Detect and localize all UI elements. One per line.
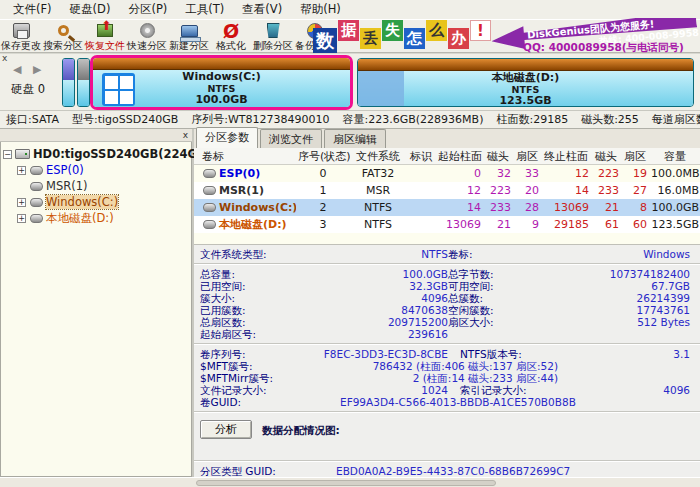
tab-browse-files[interactable]: 浏览文件	[260, 129, 322, 148]
column-header[interactable]: 卷标	[194, 149, 296, 164]
scrollbar-thumb[interactable]	[196, 480, 496, 486]
detail-value: 209715200	[312, 316, 448, 328]
detail-value: F8EC-3DD3-EC3D-8CBE	[312, 348, 448, 360]
disk-info-serial: 序列号:WT812738490010	[191, 112, 329, 127]
detail-label: 文件系统类型:	[200, 248, 312, 260]
detail-value: 3.1	[604, 348, 694, 360]
tab-partition-parameters[interactable]: 分区参数	[196, 127, 258, 148]
detail-label: 卷GUID:	[200, 396, 312, 408]
menu-disk[interactable]: 硬盘(D)	[63, 1, 118, 18]
table-header-row: 卷标 序号(状态) 文件系统 标识 起始柱面 磁头 扇区 终止柱面 磁头 扇区 …	[194, 148, 700, 165]
new-partition-button[interactable]: 新建分区	[168, 20, 210, 52]
tile-char: 据	[338, 20, 359, 41]
horizontal-scrollbar[interactable]	[0, 477, 700, 487]
column-header[interactable]: 文件系统	[350, 149, 406, 164]
analyze-button[interactable]: 分析	[200, 420, 252, 439]
tree-item-msr[interactable]: MSR(1)	[3, 178, 189, 194]
table-row-local-d[interactable]: 本地磁盘(D:) 3 NTFS 13069 21 9 29185 61 60 1…	[194, 216, 700, 233]
partition-icon	[203, 203, 216, 212]
delete-partition-button[interactable]: 删除分区	[252, 20, 294, 52]
disk-bar-panel: x ◀ ▶ 硬盘 0 Windows(C:) NTFS 100.0GB 本地磁盘…	[0, 53, 700, 110]
column-header[interactable]: 标识	[406, 149, 436, 164]
disk-nav-arrows[interactable]: ◀ ▶	[13, 63, 45, 76]
partition-bar-msr[interactable]	[77, 58, 90, 107]
detail-label: 总扇区数:	[200, 316, 312, 328]
table-row-windows-c[interactable]: Windows(C:) 2 NTFS 14 233 28 13069 21 8 …	[194, 199, 700, 216]
cell-end-sector: 19	[621, 167, 649, 180]
disk-panel-close-icon[interactable]: x	[2, 54, 7, 63]
menu-file[interactable]: 文件(F)	[6, 1, 59, 18]
column-header[interactable]: 磁头	[591, 149, 621, 164]
tab-sector-edit[interactable]: 扇区编辑	[324, 129, 386, 148]
cell-index: 1	[296, 184, 350, 197]
expand-icon[interactable]: +	[17, 166, 26, 175]
format-button[interactable]: Ø 格式化	[210, 20, 252, 52]
tile-char: 怎	[404, 28, 425, 49]
save-icon	[13, 21, 30, 40]
expand-icon[interactable]: +	[17, 214, 26, 223]
table-row-esp[interactable]: ESP(0) 0 FAT32 0 32 33 12 223 19 100.0MB	[194, 165, 700, 182]
search-partition-button[interactable]: 搜索分区	[42, 20, 84, 52]
detail-label: NTFS版本号:	[448, 348, 604, 360]
column-header[interactable]: 起始柱面	[436, 149, 483, 164]
column-header[interactable]: 容量	[649, 149, 700, 164]
detail-label: 已用空间:	[200, 280, 312, 292]
quick-partition-button[interactable]: 快速分区	[126, 20, 168, 52]
column-header[interactable]: 序号(状态)	[296, 149, 350, 164]
column-header[interactable]: 扇区	[621, 149, 649, 164]
windows-logo-icon	[102, 73, 135, 106]
right-panel: 分区参数 浏览文件 扇区编辑 卷标 序号(状态) 文件系统 标识 起始柱面 磁头…	[194, 129, 700, 477]
save-changes-button[interactable]: 保存更改	[0, 20, 42, 52]
cell-filesystem: NTFS	[350, 218, 406, 231]
recover-files-button[interactable]: 恢复文件	[84, 20, 126, 52]
cell-start-cylinder: 13069	[436, 218, 483, 231]
tree-item-esp[interactable]: + ESP(0)	[3, 162, 189, 178]
detail-value: 4096	[604, 384, 694, 396]
partition-icon	[203, 169, 216, 178]
tree-panel-close-icon[interactable]: x	[183, 129, 188, 141]
detail-label	[448, 328, 604, 340]
detail-value: 2 (柱面:14 磁头:233 扇区:44)	[312, 372, 604, 384]
detail-label: 簇大小:	[200, 292, 312, 304]
menu-bar: 文件(F) 硬盘(D) 分区(P) 工具(T) 查看(V) 帮助(H)	[0, 0, 700, 19]
cell-volume-label: ESP(0)	[219, 167, 260, 180]
column-header[interactable]: 磁头	[483, 149, 513, 164]
cell-end-sector: 60	[621, 218, 649, 231]
search-partition-label: 搜索分区	[43, 40, 83, 51]
table-row-msr[interactable]: MSR(1) 1 MSR 12 223 20 14 233 27 16.0MB	[194, 182, 700, 199]
partition-icon	[203, 220, 216, 229]
ad-banner[interactable]: 数 据 丢 失 怎 么 办 ! DiskGenius团队为您服务! 热线: 40…	[311, 18, 700, 53]
tree-item-windows-c[interactable]: + Windows(C:)	[3, 194, 189, 210]
partition-bar-esp[interactable]	[62, 58, 75, 107]
menu-tools[interactable]: 工具(T)	[178, 1, 231, 18]
detail-value: 8470638	[312, 304, 448, 316]
cell-end-head: 21	[591, 201, 621, 214]
partition-bar-windows-c[interactable]: Windows(C:) NTFS 100.0GB	[90, 55, 353, 110]
expand-icon[interactable]: +	[17, 198, 26, 207]
detail-value	[604, 328, 694, 340]
menu-help[interactable]: 帮助(H)	[293, 1, 348, 18]
cell-capacity: 100.0MB	[649, 167, 700, 180]
column-header[interactable]: 扇区	[513, 149, 541, 164]
menu-view[interactable]: 查看(V)	[235, 1, 289, 18]
cell-end-sector: 8	[621, 201, 649, 214]
detail-label: 分区类型 GUID:	[200, 465, 336, 477]
collapse-icon[interactable]: −	[3, 150, 12, 159]
cell-capacity: 100.0GB	[649, 201, 700, 214]
detail-value: 67.7GB	[604, 280, 694, 292]
detail-label: 扇区大小:	[448, 316, 604, 328]
partition-bar-local-d[interactable]: 本地磁盘(D:) NTFS 123.5GB	[357, 58, 694, 107]
column-header[interactable]: 终止柱面	[541, 149, 591, 164]
detail-value: 4096	[312, 292, 448, 304]
tree-item-local-d[interactable]: + 本地磁盘(D:)	[3, 210, 189, 226]
format-label: 格式化	[216, 40, 246, 51]
partition-icon	[203, 186, 216, 195]
disk-info-cylinders: 柱面数:29185	[496, 112, 568, 127]
tile-char: 办	[448, 28, 469, 49]
partition-icon	[30, 182, 43, 191]
delete-partition-label: 删除分区	[253, 40, 293, 51]
tree-item-hd0[interactable]: − HD0:tigoSSD240GB(224GB)	[3, 146, 189, 162]
menu-partition[interactable]: 分区(P)	[121, 1, 174, 18]
allocation-map-label: 数据分配情况图:	[262, 424, 340, 436]
search-icon	[58, 21, 69, 40]
